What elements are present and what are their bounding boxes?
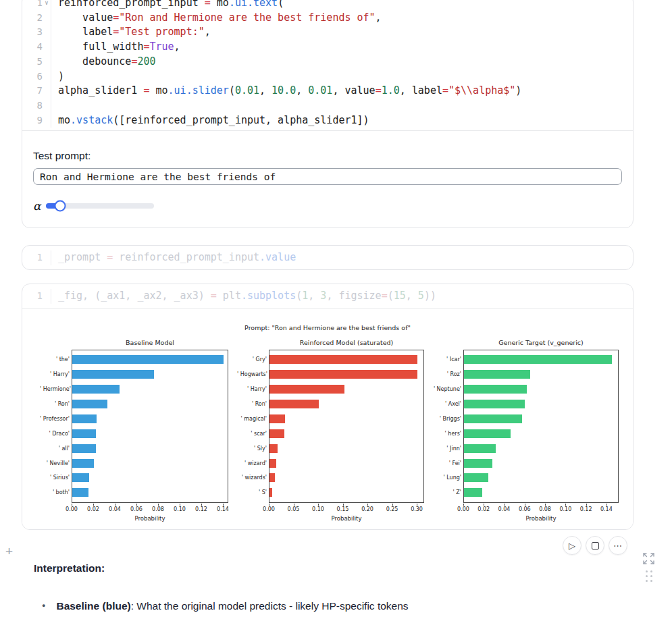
- code-text[interactable]: full_width=True,: [58, 40, 633, 55]
- code-text[interactable]: label="Test prompt:",: [58, 25, 633, 40]
- category-label: ' Fei': [432, 460, 461, 466]
- bar-row: ' Lung': [464, 471, 618, 485]
- x-tick-label: 0.25: [386, 506, 398, 512]
- category-label: ' Hermione': [40, 386, 70, 392]
- code-line[interactable]: 5 debounce=200: [22, 55, 633, 70]
- bar-row: ' S': [269, 485, 423, 500]
- bar: [269, 473, 275, 482]
- x-tick-label: 0.00: [457, 506, 469, 512]
- category-label: ' hers': [432, 431, 461, 437]
- chart-reinforced-model: Reinforced Model (saturated)' Gry'' Hogw…: [269, 339, 424, 522]
- code-line[interactable]: 1∨reinforced_prompt_input = mo.ui.text(: [22, 0, 633, 11]
- bar-row: ' Ron': [269, 396, 423, 411]
- bar: [269, 459, 276, 468]
- code-line[interactable]: 1_prompt = reinforced_prompt_input.value: [22, 250, 633, 265]
- bullet-text: Baseline (blue): What the original model…: [56, 599, 408, 613]
- code-text[interactable]: _fig, (_ax1, _ax2, _ax3) = plt.subplots(…: [58, 289, 633, 304]
- bar-row: ' Fei': [464, 456, 618, 471]
- category-label: ' wizards': [237, 475, 267, 481]
- category-label: ' Professor': [40, 416, 70, 422]
- code-text[interactable]: alpha_slider1 = mo.ui.slider(0.01, 10.0,…: [58, 84, 633, 99]
- notebook-cell-1: 1∨reinforced_prompt_input = mo.ui.text(2…: [22, 0, 634, 228]
- category-label: ' Lung': [432, 475, 461, 481]
- code-editor-3[interactable]: 1_fig, (_ax1, _ax2, _ax3) = plt.subplots…: [22, 284, 633, 309]
- bar-row: ' Hogwarts': [269, 367, 423, 382]
- code-text[interactable]: ): [58, 70, 633, 84]
- code-line[interactable]: 1_fig, (_ax1, _ax2, _ax3) = plt.subplots…: [22, 289, 633, 304]
- bar: [72, 370, 154, 379]
- play-icon: ▷: [569, 541, 575, 550]
- bar-row: ' magical': [269, 411, 423, 426]
- bar: [269, 414, 285, 423]
- bar-row: ' both': [72, 485, 228, 500]
- bar: [72, 400, 107, 408]
- x-tick-label: 0.06: [130, 506, 143, 512]
- bar-row: ' Roz': [464, 367, 618, 382]
- code-text[interactable]: reinforced_prompt_input = mo.ui.text(: [58, 0, 633, 11]
- category-label: ' Ron': [237, 401, 267, 407]
- code-line[interactable]: 6): [22, 70, 633, 84]
- fold-chevron-icon[interactable]: ∨: [43, 0, 51, 11]
- category-label: ' Sly': [237, 446, 267, 452]
- bar-row: ' Draco': [72, 426, 228, 441]
- line-number: 1: [22, 0, 43, 11]
- code-editor-1[interactable]: 1∨reinforced_prompt_input = mo.ui.text(2…: [22, 0, 633, 131]
- category-label: ' Jinn': [432, 446, 461, 452]
- x-tick-label: 0.02: [477, 506, 490, 512]
- bar: [464, 414, 522, 423]
- marimo-notebook-page: 1∨reinforced_prompt_input = mo.ui.text(2…: [0, 0, 672, 617]
- test-prompt-input[interactable]: [33, 168, 622, 185]
- x-tick-label: 0.02: [87, 506, 99, 512]
- stop-cell-button[interactable]: [586, 536, 604, 555]
- bar-row: ' Sly': [269, 441, 423, 456]
- x-tick-label: 0.04: [109, 506, 121, 512]
- drag-handle-icon[interactable]: [646, 570, 653, 583]
- bar-row: ' wizards': [269, 471, 423, 485]
- matplotlib-figure: Prompt: "Ron and Hermione are the best f…: [22, 309, 633, 529]
- line-number: 5: [22, 55, 43, 70]
- category-label: ' Neville': [40, 460, 70, 466]
- chart-title: Baseline Model: [72, 339, 228, 350]
- line-number: 6: [22, 70, 43, 84]
- line-number: 9: [22, 113, 43, 128]
- x-axis-label: Probability: [463, 515, 619, 522]
- category-label: ' Roz': [432, 371, 461, 377]
- figure-suptitle: Prompt: "Ron and Hermione are the best f…: [22, 324, 633, 331]
- bar: [269, 444, 278, 453]
- bar-row: ' Briggs': [464, 411, 618, 426]
- x-tick-label: 0.30: [411, 506, 423, 512]
- bar-row: ' Harry': [72, 367, 228, 382]
- cell-menu-button[interactable]: ⋯: [609, 536, 627, 555]
- code-line[interactable]: 8: [22, 99, 633, 113]
- category-label: ' magical': [237, 416, 267, 422]
- code-text[interactable]: _prompt = reinforced_prompt_input.value: [58, 250, 633, 265]
- bar: [269, 488, 272, 497]
- chart-title: Reinforced Model (saturated): [269, 339, 424, 350]
- notebook-cell-3: 1_fig, (_ax1, _ax2, _ax3) = plt.subplots…: [22, 284, 634, 530]
- code-text[interactable]: debounce=200: [58, 55, 633, 70]
- slider-thumb[interactable]: [55, 200, 66, 212]
- category-label: ' Axel': [432, 401, 461, 407]
- category-label: ' Neptune': [432, 386, 461, 392]
- category-label: ' Gry': [237, 356, 267, 363]
- code-line[interactable]: 9mo.vstack([reinforced_prompt_input, alp…: [22, 113, 633, 128]
- expand-icon[interactable]: [642, 552, 655, 568]
- category-label: ' both': [40, 489, 70, 495]
- category-label: ' Harry': [40, 371, 70, 377]
- bar: [269, 370, 417, 379]
- add-cell-button[interactable]: +: [5, 544, 13, 559]
- code-line[interactable]: 4 full_width=True,: [22, 40, 633, 55]
- code-line[interactable]: 7alpha_slider1 = mo.ui.slider(0.01, 10.0…: [22, 84, 633, 99]
- x-axis-label: Probability: [269, 515, 424, 522]
- run-cell-button[interactable]: ▷: [563, 536, 581, 555]
- code-line[interactable]: 3 label="Test prompt:",: [22, 25, 633, 40]
- code-line[interactable]: 2 value="Ron and Hermione are the best f…: [22, 11, 633, 26]
- alpha-slider[interactable]: [46, 203, 154, 209]
- stop-square-icon: [592, 542, 599, 549]
- code-text[interactable]: value="Ron and Hermione are the best fri…: [58, 11, 633, 26]
- bar: [72, 473, 89, 482]
- code-editor-2[interactable]: 1_prompt = reinforced_prompt_input.value: [22, 246, 633, 268]
- x-tick-label: 0.12: [580, 506, 592, 512]
- bar-row: ' Ron': [72, 396, 228, 411]
- code-text[interactable]: mo.vstack([reinforced_prompt_input, alph…: [58, 113, 633, 128]
